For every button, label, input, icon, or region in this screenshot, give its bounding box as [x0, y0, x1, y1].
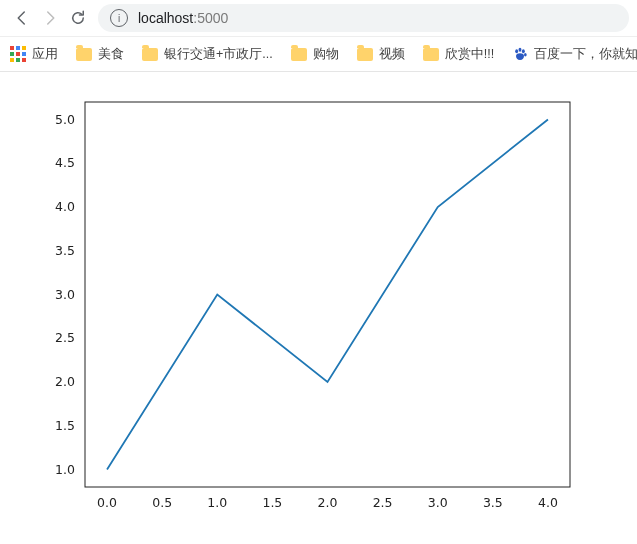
x-tick-label: 3.0 [428, 495, 448, 510]
bookmark-label: 银行交通+市政厅... [164, 46, 273, 63]
y-tick-label: 1.0 [55, 462, 75, 477]
arrow-right-icon [41, 9, 59, 27]
y-tick-label: 4.0 [55, 199, 75, 214]
x-tick-label: 3.5 [483, 495, 503, 510]
x-tick-label: 2.0 [318, 495, 338, 510]
site-info-icon[interactable]: i [110, 9, 128, 27]
bookmark-label: 欣赏中!!! [445, 46, 494, 63]
bookmark-folder-3[interactable]: 视频 [357, 46, 405, 63]
bookmark-label: 购物 [313, 46, 339, 63]
folder-icon [357, 48, 373, 61]
svg-point-1 [519, 48, 522, 52]
chart-svg: 0.00.51.01.52.02.53.03.54.01.01.52.02.53… [30, 92, 590, 522]
back-button[interactable] [8, 4, 36, 32]
reload-button[interactable] [64, 4, 92, 32]
bookmark-label: 美食 [98, 46, 124, 63]
apps-icon [10, 46, 26, 62]
svg-point-2 [522, 49, 525, 53]
data-series [107, 120, 548, 470]
apps-label: 应用 [32, 46, 58, 63]
browser-toolbar: i localhost:5000 [0, 0, 637, 37]
y-tick-label: 4.5 [55, 155, 75, 170]
url-host: localhost [138, 10, 193, 26]
bookmarks-bar: 应用 美食银行交通+市政厅...购物视频欣赏中!!! 百度一下，你就知 [0, 37, 637, 72]
y-tick-label: 5.0 [55, 112, 75, 127]
bookmark-folder-2[interactable]: 购物 [291, 46, 339, 63]
bookmark-label: 视频 [379, 46, 405, 63]
bookmark-folder-0[interactable]: 美食 [76, 46, 124, 63]
line-chart: 0.00.51.01.52.02.53.03.54.01.01.52.02.53… [30, 92, 590, 526]
x-tick-label: 1.0 [207, 495, 227, 510]
bookmark-folder-4[interactable]: 欣赏中!!! [423, 46, 494, 63]
bookmark-label: 百度一下，你就知 [534, 46, 637, 63]
svg-point-0 [515, 49, 518, 53]
apps-shortcut[interactable]: 应用 [10, 46, 58, 63]
bookmark-baidu[interactable]: 百度一下，你就知 [512, 46, 637, 63]
y-tick-label: 2.5 [55, 330, 75, 345]
folder-icon [142, 48, 158, 61]
reload-icon [69, 9, 87, 27]
bookmark-folder-1[interactable]: 银行交通+市政厅... [142, 46, 273, 63]
y-tick-label: 2.0 [55, 374, 75, 389]
x-tick-label: 0.0 [97, 495, 117, 510]
baidu-paw-icon [512, 46, 528, 62]
folder-icon [423, 48, 439, 61]
x-tick-label: 1.5 [262, 495, 282, 510]
x-tick-label: 2.5 [373, 495, 393, 510]
forward-button[interactable] [36, 4, 64, 32]
folder-icon [76, 48, 92, 61]
address-bar[interactable]: i localhost:5000 [98, 4, 629, 32]
y-tick-label: 1.5 [55, 418, 75, 433]
arrow-left-icon [13, 9, 31, 27]
x-tick-label: 4.0 [538, 495, 558, 510]
y-tick-label: 3.5 [55, 243, 75, 258]
x-tick-label: 0.5 [152, 495, 172, 510]
svg-point-3 [524, 53, 527, 56]
folder-icon [291, 48, 307, 61]
url-port: :5000 [193, 10, 228, 26]
y-tick-label: 3.0 [55, 287, 75, 302]
